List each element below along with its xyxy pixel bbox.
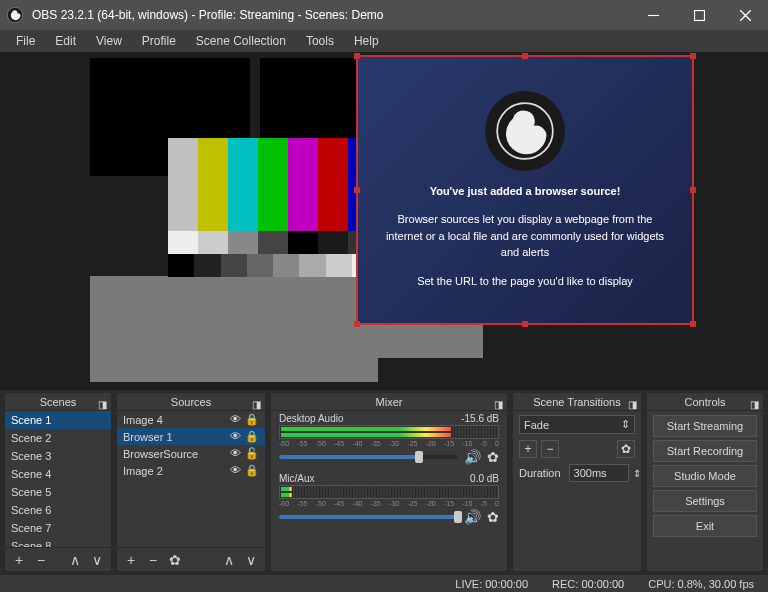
lock-icon[interactable]: 🔒 xyxy=(245,430,259,443)
controls-panel: Controls◨ Start Streaming Start Recordin… xyxy=(646,392,764,572)
minimize-button[interactable] xyxy=(630,0,676,30)
source-item[interactable]: BrowserSource👁🔓 xyxy=(117,445,265,462)
start-recording-button[interactable]: Start Recording xyxy=(653,440,757,462)
duration-input[interactable] xyxy=(569,464,629,482)
browser-msg-3: Set the URL to the page you'd like to di… xyxy=(417,273,633,290)
popout-icon[interactable]: ◨ xyxy=(252,396,261,414)
chevron-updown-icon: ⇕ xyxy=(621,418,630,431)
resize-handle[interactable] xyxy=(690,321,696,327)
volume-slider[interactable] xyxy=(279,515,458,519)
remove-scene-button[interactable]: − xyxy=(31,550,51,570)
controls-title: Controls xyxy=(685,396,726,408)
source-item[interactable]: Image 4👁🔒 xyxy=(117,411,265,428)
popout-icon[interactable]: ◨ xyxy=(98,396,107,414)
start-streaming-button[interactable]: Start Streaming xyxy=(653,415,757,437)
resize-handle[interactable] xyxy=(690,187,696,193)
resize-handle[interactable] xyxy=(354,321,360,327)
exit-button[interactable]: Exit xyxy=(653,515,757,537)
lock-icon[interactable]: 🔒 xyxy=(245,413,259,426)
menubar: File Edit View Profile Scene Collection … xyxy=(0,30,768,52)
remove-transition-button[interactable]: − xyxy=(541,440,559,458)
chevron-updown-icon[interactable]: ⇕ xyxy=(633,468,641,479)
scenes-list[interactable]: Scene 1Scene 2Scene 3Scene 4Scene 5Scene… xyxy=(5,411,111,547)
scene-item[interactable]: Scene 6 xyxy=(5,501,111,519)
studio-mode-button[interactable]: Studio Mode xyxy=(653,465,757,487)
gear-icon[interactable]: ✿ xyxy=(487,509,499,525)
scene-item[interactable]: Scene 5 xyxy=(5,483,111,501)
dock-panels: Scenes◨ Scene 1Scene 2Scene 3Scene 4Scen… xyxy=(0,390,768,574)
maximize-button[interactable] xyxy=(676,0,722,30)
move-scene-down-button[interactable]: ∨ xyxy=(87,550,107,570)
transitions-panel: Scene Transitions◨ Fade⇕ + − ✿ Duration … xyxy=(512,392,642,572)
transitions-title: Scene Transitions xyxy=(533,396,620,408)
menu-help[interactable]: Help xyxy=(346,32,387,50)
statusbar: LIVE: 00:00:00 REC: 00:00:00 CPU: 0.8%, … xyxy=(0,574,768,592)
titlebar: OBS 23.2.1 (64-bit, windows) - Profile: … xyxy=(0,0,768,30)
app-icon xyxy=(0,7,30,23)
volume-meter xyxy=(279,425,499,439)
preview-smpte-bars xyxy=(168,138,378,277)
speaker-icon[interactable]: 🔊 xyxy=(464,449,481,465)
add-source-button[interactable]: + xyxy=(121,550,141,570)
menu-profile[interactable]: Profile xyxy=(134,32,184,50)
sources-title: Sources xyxy=(171,396,211,408)
add-scene-button[interactable]: + xyxy=(9,550,29,570)
move-source-down-button[interactable]: ∨ xyxy=(241,550,261,570)
window-title: OBS 23.2.1 (64-bit, windows) - Profile: … xyxy=(30,8,630,22)
svg-rect-1 xyxy=(648,14,659,15)
eye-icon[interactable]: 👁 xyxy=(230,430,241,443)
resize-handle[interactable] xyxy=(354,53,360,59)
channel-name: Mic/Aux xyxy=(279,473,315,484)
move-scene-up-button[interactable]: ∧ xyxy=(65,550,85,570)
resize-handle[interactable] xyxy=(354,187,360,193)
scene-item[interactable]: Scene 4 xyxy=(5,465,111,483)
menu-file[interactable]: File xyxy=(8,32,43,50)
close-button[interactable] xyxy=(722,0,768,30)
eye-icon[interactable]: 👁 xyxy=(230,464,241,477)
scene-item[interactable]: Scene 7 xyxy=(5,519,111,537)
remove-source-button[interactable]: − xyxy=(143,550,163,570)
settings-button[interactable]: Settings xyxy=(653,490,757,512)
source-item[interactable]: Image 2👁🔒 xyxy=(117,462,265,479)
preview-area[interactable]: You've just added a browser source! Brow… xyxy=(0,52,768,390)
preview-gray-bottom xyxy=(90,276,378,382)
channel-db: -15.6 dB xyxy=(461,413,499,424)
scene-item[interactable]: Scene 8 xyxy=(5,537,111,547)
lock-icon[interactable]: 🔓 xyxy=(245,447,259,460)
gear-icon[interactable]: ✿ xyxy=(487,449,499,465)
move-source-up-button[interactable]: ∧ xyxy=(219,550,239,570)
sources-panel: Sources◨ Image 4👁🔒Browser 1👁🔒BrowserSour… xyxy=(116,392,266,572)
add-transition-button[interactable]: + xyxy=(519,440,537,458)
menu-view[interactable]: View xyxy=(88,32,130,50)
transition-select[interactable]: Fade⇕ xyxy=(519,415,635,434)
menu-scene-collection[interactable]: Scene Collection xyxy=(188,32,294,50)
resize-handle[interactable] xyxy=(522,321,528,327)
mixer-channel: Mic/Aux0.0 dB-60-55-50-45-40-35-30-25-20… xyxy=(271,471,507,531)
menu-edit[interactable]: Edit xyxy=(47,32,84,50)
scene-item[interactable]: Scene 3 xyxy=(5,447,111,465)
lock-icon[interactable]: 🔒 xyxy=(245,464,259,477)
resize-handle[interactable] xyxy=(522,53,528,59)
transition-properties-button[interactable]: ✿ xyxy=(617,440,635,458)
source-properties-button[interactable]: ✿ xyxy=(165,550,185,570)
eye-icon[interactable]: 👁 xyxy=(230,413,241,426)
eye-icon[interactable]: 👁 xyxy=(230,447,241,460)
resize-handle[interactable] xyxy=(690,53,696,59)
menu-tools[interactable]: Tools xyxy=(298,32,342,50)
sources-list[interactable]: Image 4👁🔒Browser 1👁🔒BrowserSource👁🔓Image… xyxy=(117,411,265,547)
scene-item[interactable]: Scene 2 xyxy=(5,429,111,447)
status-rec: REC: 00:00:00 xyxy=(552,578,624,590)
popout-icon[interactable]: ◨ xyxy=(628,396,637,414)
volume-meter xyxy=(279,485,499,499)
speaker-icon[interactable]: 🔊 xyxy=(464,509,481,525)
browser-source-selected[interactable]: You've just added a browser source! Brow… xyxy=(356,55,694,325)
scene-item[interactable]: Scene 1 xyxy=(5,411,111,429)
popout-icon[interactable]: ◨ xyxy=(494,396,503,414)
source-item[interactable]: Browser 1👁🔒 xyxy=(117,428,265,445)
volume-slider[interactable] xyxy=(279,455,458,459)
svg-rect-2 xyxy=(694,10,704,20)
status-live: LIVE: 00:00:00 xyxy=(455,578,528,590)
popout-icon[interactable]: ◨ xyxy=(750,396,759,414)
mixer-panel: Mixer◨ Desktop Audio-15.6 dB-60-55-50-45… xyxy=(270,392,508,572)
obs-logo-icon xyxy=(485,91,565,171)
